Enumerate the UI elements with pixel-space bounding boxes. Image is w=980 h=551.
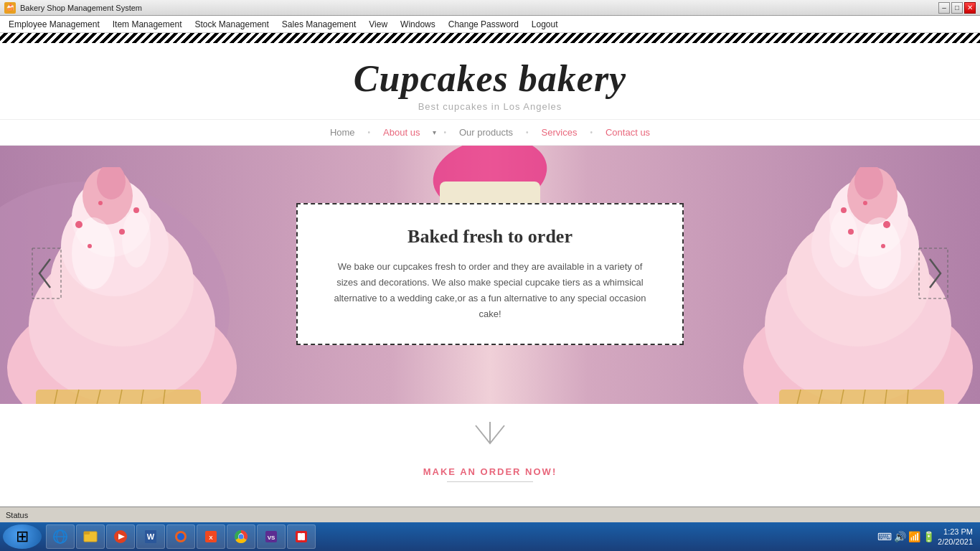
taskbar: ⊞ W X: [0, 522, 980, 551]
svg-point-35: [883, 221, 890, 228]
menu-employee-management[interactable]: Employee Management: [3, 18, 105, 31]
menu-bar: Employee Management Item Management Stoc…: [0, 16, 980, 33]
taskbar-media[interactable]: [106, 524, 135, 549]
system-icons: ⌨ 🔊 📶 🔋: [877, 531, 935, 542]
svg-text:VS: VS: [268, 534, 275, 541]
nav-products[interactable]: Our products: [453, 127, 519, 138]
svg-rect-47: [32, 248, 61, 298]
decorative-strip-top: [0, 33, 980, 43]
menu-item-management[interactable]: Item Management: [107, 18, 188, 31]
nav-services[interactable]: Services: [536, 127, 583, 138]
svg-rect-69: [298, 533, 301, 540]
svg-rect-54: [84, 532, 90, 534]
hero-title: Baked fresh to order: [326, 226, 654, 248]
taskbar-explorer[interactable]: [76, 524, 105, 549]
clock-time: 1:23 PM: [938, 527, 973, 537]
app-icon: 🍰: [4, 2, 16, 14]
svg-text:W: W: [147, 532, 155, 541]
svg-point-36: [841, 207, 847, 213]
svg-point-37: [863, 201, 867, 205]
taskbar-word[interactable]: W: [136, 524, 165, 549]
svg-text:X: X: [209, 534, 213, 541]
menu-windows[interactable]: Windows: [395, 18, 441, 31]
hero-content-box: Baked fresh to order We bake our cupcake…: [296, 203, 684, 345]
svg-point-33: [858, 217, 901, 289]
svg-point-38: [848, 229, 854, 235]
nav-contact[interactable]: Contact us: [600, 127, 656, 138]
main-content: Cupcakes bakery Best cupcakes in Los Ang…: [0, 43, 980, 489]
svg-point-18: [88, 244, 92, 248]
hero-prev-button[interactable]: [29, 245, 65, 305]
bakery-header: Cupcakes bakery Best cupcakes in Los Ang…: [0, 43, 980, 119]
window-title: Bakery Shop Management System: [20, 4, 142, 12]
svg-point-13: [122, 210, 151, 268]
menu-logout[interactable]: Logout: [526, 18, 564, 31]
svg-point-17: [119, 229, 125, 235]
taskbar-ie[interactable]: [46, 524, 75, 549]
maximize-button[interactable]: □: [951, 2, 963, 14]
svg-point-15: [133, 207, 139, 213]
minimize-button[interactable]: –: [938, 2, 950, 14]
bottom-cta-section: MAKE AN ORDER NOW!: [0, 404, 980, 489]
system-clock: 1:23 PM 2/20/2021: [938, 527, 973, 547]
svg-rect-40: [779, 390, 944, 404]
svg-point-12: [72, 217, 115, 289]
menu-change-password[interactable]: Change Password: [443, 18, 524, 31]
menu-stock-management[interactable]: Stock Management: [189, 18, 274, 31]
hero-section: Eat Me: [0, 146, 980, 404]
hero-next-button[interactable]: [915, 245, 951, 305]
svg-point-65: [239, 534, 244, 540]
bakery-nav: Home • About us ▾ • Our products • Servi…: [0, 119, 980, 146]
svg-point-60: [177, 533, 184, 540]
svg-rect-48: [919, 248, 948, 298]
order-underline: [447, 481, 533, 482]
status-text: Status: [6, 511, 28, 519]
start-button[interactable]: ⊞: [3, 524, 42, 549]
svg-point-14: [75, 221, 83, 228]
taskbar-system-tray: ⌨ 🔊 📶 🔋 1:23 PM 2/20/2021: [873, 527, 977, 547]
taskbar-xampp[interactable]: X: [197, 524, 225, 549]
menu-sales-management[interactable]: Sales Management: [276, 18, 362, 31]
taskbar-firefox[interactable]: [166, 524, 195, 549]
nav-about[interactable]: About us: [377, 127, 425, 138]
svg-rect-70: [301, 533, 305, 540]
nav-home[interactable]: Home: [324, 127, 361, 138]
status-bar: Status: [0, 507, 980, 522]
down-arrow-icon: [0, 418, 980, 461]
svg-point-16: [98, 201, 103, 205]
taskbar-chrome[interactable]: [227, 524, 255, 549]
hero-description: We bake our cupcakes fresh to order and …: [326, 259, 654, 322]
taskbar-app-red[interactable]: [287, 524, 316, 549]
make-order-button[interactable]: MAKE AN ORDER NOW!: [0, 466, 980, 477]
svg-rect-19: [36, 390, 201, 404]
bakery-title: Cupcakes bakery: [0, 57, 980, 100]
svg-point-39: [881, 244, 885, 248]
taskbar-vs[interactable]: VS: [257, 524, 286, 549]
menu-view[interactable]: View: [363, 18, 393, 31]
svg-point-34: [829, 210, 858, 268]
close-button[interactable]: ✕: [964, 2, 976, 14]
bakery-subtitle: Best cupcakes in Los Angeles: [0, 101, 980, 112]
clock-date: 2/20/2021: [938, 537, 973, 547]
title-bar: 🍰 Bakery Shop Management System – □ ✕: [0, 0, 980, 16]
